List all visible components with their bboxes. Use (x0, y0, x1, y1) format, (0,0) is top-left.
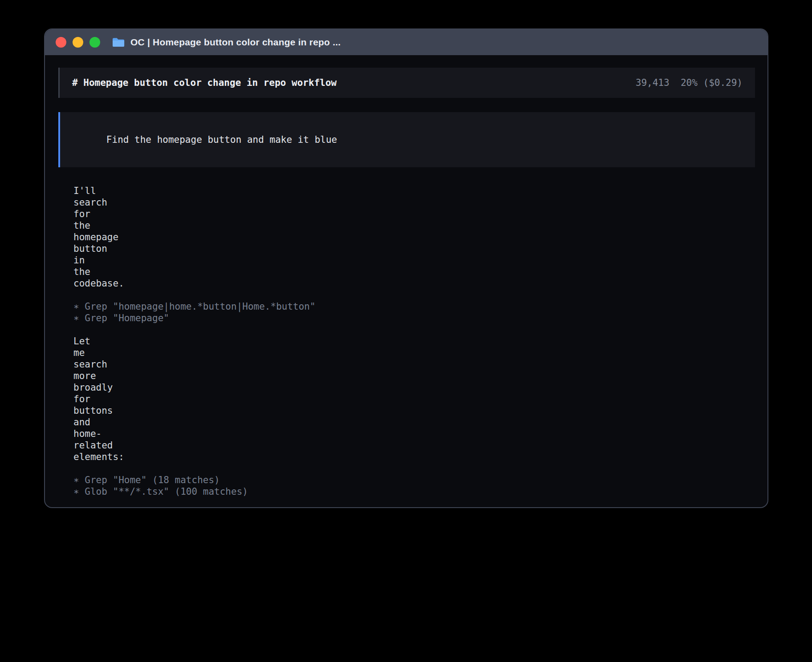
assistant-text: I'll search for the homepage button in t… (73, 185, 84, 196)
close-button[interactable] (56, 37, 66, 48)
tool-call-group: ∗ Grep "Home" (18 matches) ∗ Glob "**/*.… (73, 474, 666, 497)
tool-call-grep: ∗ Grep "Homepage" (73, 312, 666, 324)
tool-call-glob: ∗ Glob "**/*.tsx" (100 matches) (73, 486, 666, 497)
session-title: # Homepage button color change in repo w… (72, 77, 337, 89)
traffic-lights (56, 37, 100, 48)
terminal-content: # Homepage button color change in repo w… (45, 55, 767, 508)
tool-call-grep: ∗ Grep "Home" (18 matches) (73, 474, 666, 486)
user-message-text: Find the homepage button and make it blu… (106, 134, 337, 145)
tool-call-group: ∗ Grep "homepage|home.*button|Home.*butt… (73, 301, 666, 324)
terminal-window: OC | Homepage button color change in rep… (44, 28, 768, 508)
minimize-button[interactable] (73, 37, 83, 48)
session-header: # Homepage button color change in repo w… (58, 68, 755, 98)
session-stats: 39,413 20% ($0.29) (636, 77, 743, 89)
window-title: OC | Homepage button color change in rep… (130, 37, 341, 48)
assistant-text: Let me search more broadly for buttons a… (73, 335, 84, 346)
tool-call-grep: ∗ Grep "homepage|home.*button|Home.*butt… (73, 301, 666, 312)
user-message-block: Find the homepage button and make it blu… (58, 112, 755, 167)
folder-icon (112, 37, 125, 48)
assistant-transcript: I'll search for the homepage button in t… (58, 185, 681, 508)
zoom-button[interactable] (89, 37, 100, 48)
window-titlebar: OC | Homepage button color change in rep… (45, 29, 767, 55)
